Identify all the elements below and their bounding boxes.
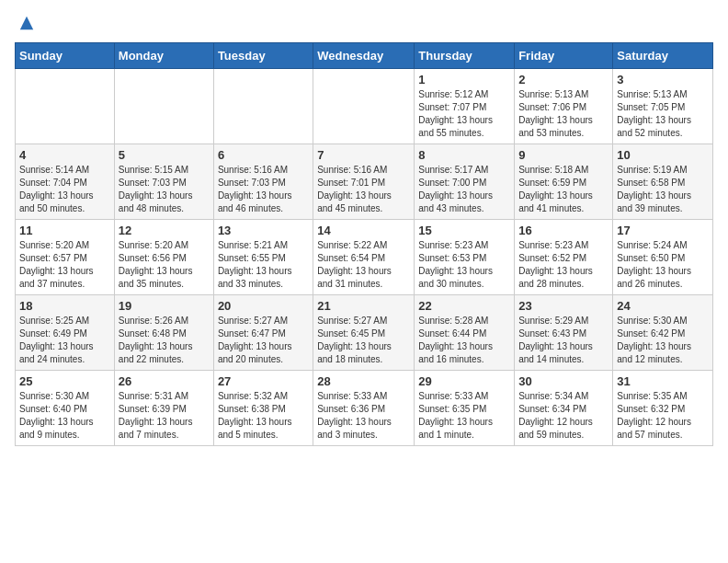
day-info: Sunrise: 5:28 AM Sunset: 6:44 PM Dayligh… [418,315,510,366]
calendar-cell: 23Sunrise: 5:29 AM Sunset: 6:43 PM Dayli… [515,295,613,371]
day-number: 26 [119,374,210,388]
calendar-cell: 5Sunrise: 5:15 AM Sunset: 7:03 PM Daylig… [114,144,213,220]
calendar-cell: 17Sunrise: 5:24 AM Sunset: 6:50 PM Dayli… [613,220,713,295]
day-number: 3 [617,73,709,86]
calendar-cell [313,69,415,144]
svg-marker-0 [20,17,33,29]
day-number: 19 [119,299,210,313]
day-number: 5 [119,148,210,162]
day-info: Sunrise: 5:31 AM Sunset: 6:39 PM Dayligh… [119,390,210,442]
day-number: 15 [418,224,510,237]
logo [15,15,35,31]
day-info: Sunrise: 5:29 AM Sunset: 6:43 PM Dayligh… [518,315,609,366]
calendar-cell: 9Sunrise: 5:18 AM Sunset: 6:59 PM Daylig… [515,144,613,220]
day-info: Sunrise: 5:26 AM Sunset: 6:48 PM Dayligh… [119,315,210,366]
calendar-cell: 25Sunrise: 5:30 AM Sunset: 6:40 PM Dayli… [16,371,115,446]
calendar-cell: 18Sunrise: 5:25 AM Sunset: 6:49 PM Dayli… [16,295,115,371]
calendar-cell: 8Sunrise: 5:17 AM Sunset: 7:00 PM Daylig… [415,144,515,220]
calendar-cell: 21Sunrise: 5:27 AM Sunset: 6:45 PM Dayli… [313,295,415,371]
calendar-cell [16,69,115,144]
day-number: 16 [518,224,609,237]
day-number: 13 [218,224,309,237]
calendar-cell: 30Sunrise: 5:34 AM Sunset: 6:34 PM Dayli… [515,371,613,446]
day-number: 18 [19,299,110,313]
calendar-cell: 26Sunrise: 5:31 AM Sunset: 6:39 PM Dayli… [114,371,213,446]
day-info: Sunrise: 5:18 AM Sunset: 6:59 PM Dayligh… [518,164,609,215]
day-info: Sunrise: 5:23 AM Sunset: 6:52 PM Dayligh… [518,239,609,291]
day-info: Sunrise: 5:15 AM Sunset: 7:03 PM Dayligh… [119,164,210,215]
day-number: 12 [119,224,210,237]
day-number: 23 [518,299,609,313]
day-info: Sunrise: 5:33 AM Sunset: 6:35 PM Dayligh… [418,390,510,442]
day-of-week-header: Thursday [415,43,515,69]
day-of-week-header: Wednesday [313,43,415,69]
day-info: Sunrise: 5:19 AM Sunset: 6:58 PM Dayligh… [617,164,709,215]
calendar-week-row: 18Sunrise: 5:25 AM Sunset: 6:49 PM Dayli… [16,295,713,371]
day-info: Sunrise: 5:34 AM Sunset: 6:34 PM Dayligh… [518,390,609,442]
day-number: 30 [518,374,609,388]
day-info: Sunrise: 5:16 AM Sunset: 7:01 PM Dayligh… [317,164,410,215]
day-info: Sunrise: 5:21 AM Sunset: 6:55 PM Dayligh… [218,239,309,291]
day-number: 31 [617,374,709,388]
calendar-cell: 15Sunrise: 5:23 AM Sunset: 6:53 PM Dayli… [415,220,515,295]
calendar-cell: 11Sunrise: 5:20 AM Sunset: 6:57 PM Dayli… [16,220,115,295]
day-info: Sunrise: 5:35 AM Sunset: 6:32 PM Dayligh… [617,390,709,442]
day-info: Sunrise: 5:33 AM Sunset: 6:36 PM Dayligh… [317,390,410,442]
day-info: Sunrise: 5:27 AM Sunset: 6:45 PM Dayligh… [317,315,410,366]
day-of-week-header: Tuesday [213,43,313,69]
day-info: Sunrise: 5:30 AM Sunset: 6:42 PM Dayligh… [617,315,709,366]
calendar-cell: 12Sunrise: 5:20 AM Sunset: 6:56 PM Dayli… [114,220,213,295]
day-of-week-header: Friday [515,43,613,69]
day-number: 14 [317,224,410,237]
logo-icon [18,15,35,31]
day-number: 29 [418,374,510,388]
day-number: 24 [617,299,709,313]
calendar-header-row: SundayMondayTuesdayWednesdayThursdayFrid… [16,43,713,69]
calendar-cell: 31Sunrise: 5:35 AM Sunset: 6:32 PM Dayli… [613,371,713,446]
calendar-cell: 13Sunrise: 5:21 AM Sunset: 6:55 PM Dayli… [213,220,313,295]
day-number: 21 [317,299,410,313]
day-number: 2 [518,73,609,86]
day-info: Sunrise: 5:24 AM Sunset: 6:50 PM Dayligh… [617,239,709,291]
day-info: Sunrise: 5:17 AM Sunset: 7:00 PM Dayligh… [418,164,510,215]
calendar-cell: 1Sunrise: 5:12 AM Sunset: 7:07 PM Daylig… [415,69,515,144]
calendar-cell: 10Sunrise: 5:19 AM Sunset: 6:58 PM Dayli… [613,144,713,220]
page-header [15,15,713,31]
day-number: 8 [418,148,510,162]
day-number: 11 [19,224,110,237]
day-info: Sunrise: 5:20 AM Sunset: 6:57 PM Dayligh… [19,239,110,291]
day-info: Sunrise: 5:20 AM Sunset: 6:56 PM Dayligh… [119,239,210,291]
day-number: 9 [518,148,609,162]
calendar-cell [114,69,213,144]
calendar-week-row: 4Sunrise: 5:14 AM Sunset: 7:04 PM Daylig… [16,144,713,220]
day-of-week-header: Monday [114,43,213,69]
day-info: Sunrise: 5:12 AM Sunset: 7:07 PM Dayligh… [418,88,510,140]
calendar-cell: 22Sunrise: 5:28 AM Sunset: 6:44 PM Dayli… [415,295,515,371]
calendar-cell: 29Sunrise: 5:33 AM Sunset: 6:35 PM Dayli… [415,371,515,446]
day-number: 4 [19,148,110,162]
calendar-cell: 24Sunrise: 5:30 AM Sunset: 6:42 PM Dayli… [613,295,713,371]
calendar-week-row: 1Sunrise: 5:12 AM Sunset: 7:07 PM Daylig… [16,69,713,144]
calendar-cell: 3Sunrise: 5:13 AM Sunset: 7:05 PM Daylig… [613,69,713,144]
day-number: 7 [317,148,410,162]
day-number: 28 [317,374,410,388]
day-number: 1 [418,73,510,86]
calendar-cell: 14Sunrise: 5:22 AM Sunset: 6:54 PM Dayli… [313,220,415,295]
day-info: Sunrise: 5:14 AM Sunset: 7:04 PM Dayligh… [19,164,110,215]
calendar-cell [213,69,313,144]
calendar-cell: 16Sunrise: 5:23 AM Sunset: 6:52 PM Dayli… [515,220,613,295]
day-info: Sunrise: 5:22 AM Sunset: 6:54 PM Dayligh… [317,239,410,291]
day-of-week-header: Saturday [613,43,713,69]
calendar-cell: 19Sunrise: 5:26 AM Sunset: 6:48 PM Dayli… [114,295,213,371]
day-number: 20 [218,299,309,313]
calendar-cell: 6Sunrise: 5:16 AM Sunset: 7:03 PM Daylig… [213,144,313,220]
calendar-week-row: 25Sunrise: 5:30 AM Sunset: 6:40 PM Dayli… [16,371,713,446]
day-info: Sunrise: 5:32 AM Sunset: 6:38 PM Dayligh… [218,390,309,442]
day-info: Sunrise: 5:13 AM Sunset: 7:06 PM Dayligh… [518,88,609,140]
day-info: Sunrise: 5:23 AM Sunset: 6:53 PM Dayligh… [418,239,510,291]
calendar-cell: 2Sunrise: 5:13 AM Sunset: 7:06 PM Daylig… [515,69,613,144]
day-number: 22 [418,299,510,313]
day-number: 6 [218,148,309,162]
day-number: 17 [617,224,709,237]
day-number: 25 [19,374,110,388]
